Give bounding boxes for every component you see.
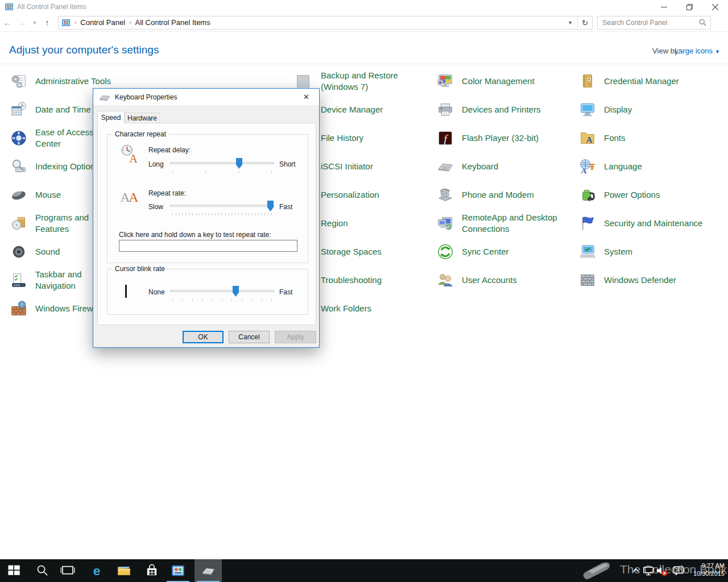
taskbar-start-icon[interactable] [1,559,28,582]
address-dropdown-icon[interactable]: ▾ [563,19,577,26]
programs-and-features-icon [10,215,27,232]
refresh-icon[interactable]: ↻ [578,16,593,30]
taskbar-store-icon[interactable] [138,559,166,582]
close-button[interactable] [702,0,728,14]
date-and-time-icon [10,101,27,118]
system-icon [579,243,596,260]
tray-action-center-icon[interactable] [672,564,685,577]
character-repeat-label: Character repeat [113,130,168,138]
taskbar-task-view-icon[interactable] [54,559,81,582]
control-panel-mini-icon [61,18,71,27]
search-box[interactable]: Search Control Panel [597,16,711,30]
repeat-rate-min-label: Slow [148,203,163,211]
panel-item-label: Sync Center [462,246,570,257]
repeat-delay-max-label: Short [279,160,296,168]
slider-track[interactable] [169,205,275,207]
panel-item-label: Personalization [321,189,406,201]
panel-item-devices-and-printers[interactable]: Devices and Printers [437,95,570,124]
page-title: Adjust your computer's settings [9,44,159,56]
cursor-blink-label: Cursor blink rate [113,265,167,273]
panel-item-system[interactable]: System [579,238,726,266]
slider-thumb[interactable] [267,201,274,211]
slider-ticks [169,298,275,301]
panel-item-label: Credential Manager [604,76,726,87]
taskbar-search-icon[interactable] [29,559,56,582]
forward-icon[interactable]: → [15,18,30,27]
taskbar-edge-icon[interactable]: e [83,559,110,582]
control-panel-window-icon [5,2,14,11]
tray-volume-muted-icon[interactable] [655,564,668,577]
panel-item-label: Security and Maintenance [604,218,726,229]
credential-manager-icon [579,73,596,90]
back-icon[interactable]: ← [0,18,15,27]
panel-item-user-accounts[interactable]: User Accounts [437,266,570,294]
svg-text:A: A [581,167,587,175]
breadcrumb-control-panel[interactable]: Control Panel [80,18,125,27]
dialog-close-icon[interactable]: ✕ [293,89,319,105]
taskbar-clock[interactable]: 9:27 AM 10/30/2015 [680,562,725,577]
panel-item-security-and-maintenance[interactable]: Security and Maintenance [579,209,726,238]
repeat-rate-test-input[interactable] [119,240,297,252]
mouse-icon [10,186,27,203]
taskbar-and-navigation-icon [10,272,27,289]
page-header: Adjust your computer's settings View by:… [0,32,728,64]
tab-hardware[interactable]: Hardware [125,113,160,123]
panel-item-language[interactable]: ALanguage [579,152,726,181]
repeat-delay-icon: A [120,144,140,164]
panel-item-flash-player[interactable]: fFlash Player (32-bit) [437,124,570,152]
search-icon[interactable] [699,19,706,26]
slider-track[interactable] [169,290,275,292]
cursor-blink-slider[interactable] [169,285,275,300]
panel-item-windows-defender[interactable]: Windows Defender [579,266,726,294]
breadcrumb-separator-icon: › [129,19,131,26]
cancel-button[interactable]: Cancel [229,331,270,343]
repeat-delay-label: Repeat delay: [148,146,191,154]
panel-item-label: Display [604,104,726,115]
repeat-delay-slider[interactable] [169,157,275,172]
panel-item-label: Devices and Printers [462,104,570,115]
taskbar-file-explorer-icon[interactable] [110,559,138,582]
chevron-down-icon: ▼ [715,49,720,55]
panel-item-label: User Accounts [462,275,570,286]
panel-item-label: File History [321,132,406,144]
panel-item-label: Flash Player (32-bit) [462,132,570,144]
panel-item-fonts[interactable]: AFonts [579,124,726,152]
tray-chevron-up-icon[interactable] [629,564,643,577]
watermark-book-icon [581,560,619,581]
breadcrumb-all-items[interactable]: All Control Panel Items [135,18,210,27]
slider-thumb[interactable] [236,158,242,169]
minimize-button[interactable] [651,0,677,14]
panel-item-label: Administrative Tools [35,76,121,87]
restore-button[interactable] [677,0,702,14]
panel-item-sync-center[interactable]: Sync Center [437,238,570,266]
panel-item-display[interactable]: Display [579,95,726,124]
ok-button[interactable]: OK [183,331,224,343]
panel-item-label: System [604,246,726,257]
flash-player-icon: f [437,130,454,147]
character-repeat-group: Character repeat A Repeat delay: Long Sh… [107,134,308,263]
clock-date: 10/30/2015 [680,569,725,577]
apply-button[interactable]: Apply [275,331,316,343]
taskbar-keyboard-app-icon[interactable] [195,559,222,582]
display-icon [579,101,596,118]
cursor-blink-group: Cursor blink rate None Fast [107,269,308,315]
up-icon[interactable]: ↑ [40,18,55,27]
address-bar[interactable]: › Control Panel › All Control Panel Item… [58,16,578,30]
tray-network-icon[interactable] [642,564,655,577]
panel-item-color-management[interactable]: Color Management [437,67,570,95]
tab-speed[interactable]: Speed [97,111,125,123]
taskbar-control-panel-icon[interactable] [164,559,192,582]
security-and-maintenance-icon [579,215,596,232]
recent-pages-chevron-icon[interactable]: ▾ [30,19,40,26]
svg-text:A: A [129,190,139,205]
repeat-rate-slider[interactable] [169,200,275,215]
slider-thumb[interactable] [233,286,239,297]
svg-text:e: e [93,563,101,578]
panel-item-keyboard[interactable]: Keyboard [437,152,570,181]
panel-item-remoteapp[interactable]: RemoteApp and Desktop Connections [437,209,570,238]
panel-item-power-options[interactable]: Power Options [579,181,726,209]
view-by-dropdown[interactable]: Large icons▼ [675,47,720,55]
panel-item-phone-and-modem[interactable]: Phone and Modem [437,181,570,209]
slider-track[interactable] [169,162,275,164]
panel-item-credential-manager[interactable]: Credential Manager [579,67,726,95]
